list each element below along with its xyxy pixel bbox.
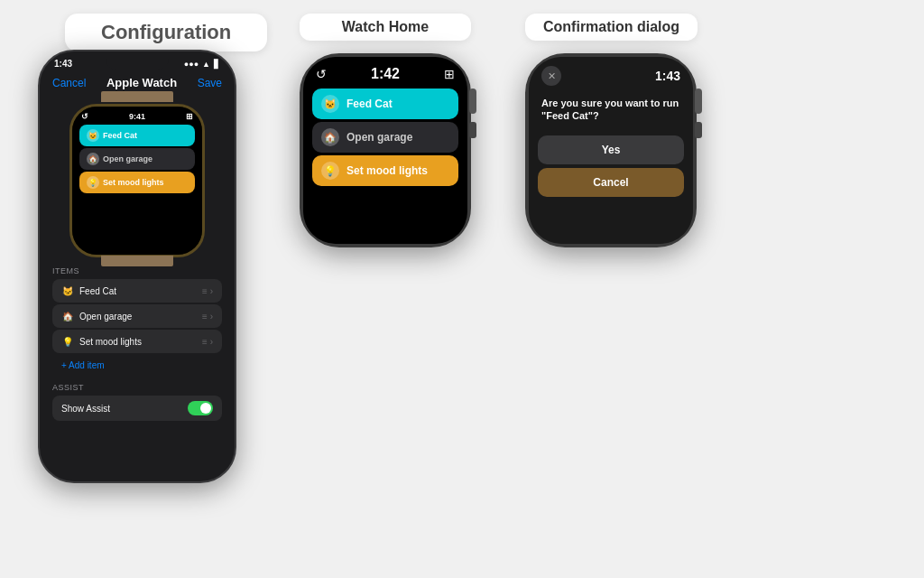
watch-home-status: ↺ 1:42 ⊞ (303, 57, 467, 86)
reorder-icon-1[interactable]: ≡ › (202, 312, 213, 322)
watch-phone-refresh-icon: ↺ (81, 112, 88, 121)
lights-icon: 💡 (87, 176, 99, 189)
watch-home-feed-btn[interactable]: 🐱 Feed Cat (312, 89, 458, 119)
watch-phone-garage-btn: 🏠 Open garage (79, 148, 195, 170)
items-section: ITEMS 🐱 Feed Cat ≡ › 🏠 Open garage ≡ › (40, 266, 235, 376)
garage-icon: 🏠 (87, 153, 99, 165)
assist-section: ASSIST Show Assist (40, 383, 235, 421)
assist-section-label: ASSIST (52, 383, 222, 392)
confirm-crown (695, 89, 702, 114)
watch-in-phone: ↺ 9:41 ⊞ 🐱 Feed Cat 🏠 Open garage (69, 104, 205, 257)
watch-phone-grid-icon: ⊞ (186, 112, 193, 121)
mood-label: Set mood lights (79, 337, 142, 347)
confirm-message: Are you sure you want to run "Feed Cat"? (529, 91, 693, 132)
watch-lights-icon: 💡 (321, 162, 339, 180)
watch-band-top (101, 91, 173, 102)
watch-home-garage-btn[interactable]: 🏠 Open garage (312, 122, 458, 153)
garage-label: Open garage (79, 312, 132, 322)
confirm-title: Confirmation dialog (525, 14, 698, 41)
phone-time: 1:43 (54, 59, 72, 69)
watch-home-mood-btn[interactable]: 💡 Set mood lights (312, 155, 458, 186)
items-section-label: ITEMS (52, 266, 222, 275)
wifi-icon: ▲ (202, 60, 210, 69)
confirm-cancel-button[interactable]: Cancel (538, 168, 684, 197)
phone-notch (106, 51, 169, 70)
watch-feed-label: Feed Cat (346, 98, 393, 110)
watch-home-time: 1:42 (371, 66, 400, 82)
watch-garage-label: Open garage (346, 131, 412, 144)
watch-phone-mood-btn: 💡 Set mood lights (79, 172, 195, 193)
cancel-button[interactable]: Cancel (52, 77, 86, 89)
watch-mood-label: Set mood lights (346, 164, 428, 177)
close-icon[interactable]: ✕ (541, 66, 561, 86)
phone-body: 1:43 ●●● ▲ ▋ Cancel Apple Watch Save (38, 50, 236, 483)
cat-icon: 🐱 (87, 129, 99, 142)
garage-list-icon: 🏠 (61, 310, 74, 322)
reorder-icon-0[interactable]: ≡ › (202, 286, 213, 296)
watch-refresh-icon: ↺ (316, 67, 327, 81)
battery-icon: ▋ (214, 60, 220, 69)
phone-mockup: 1:43 ●●● ▲ ▋ Cancel Apple Watch Save (38, 50, 236, 483)
confirm-header: ✕ 1:43 (529, 57, 693, 91)
confirm-side-button (695, 122, 702, 138)
phone-nav-title: Apple Watch (106, 76, 177, 89)
reorder-icon-2[interactable]: ≡ › (202, 337, 213, 347)
show-assist-label: Show Assist (61, 404, 110, 414)
watch-cat-icon: 🐱 (321, 95, 339, 113)
watch-phone-time: 9:41 (129, 112, 145, 121)
show-assist-row: Show Assist (52, 396, 222, 421)
add-item-button[interactable]: + Add item (52, 355, 222, 376)
feed-cat-label: Feed Cat (79, 286, 116, 296)
watch-grid-icon: ⊞ (444, 67, 455, 81)
watch-home-device: ↺ 1:42 ⊞ 🐱 Feed Cat 🏠 Open garage 💡 (300, 53, 471, 247)
watch-phone-feed-btn: 🐱 Feed Cat (79, 125, 195, 146)
list-item-garage[interactable]: 🏠 Open garage ≡ › (52, 304, 222, 328)
watch-garage-icon: 🏠 (321, 128, 339, 146)
list-item-mood[interactable]: 💡 Set mood lights ≡ › (52, 330, 222, 353)
confirm-time: 1:43 (655, 69, 680, 83)
mood-list-icon: 💡 (61, 335, 74, 348)
feed-cat-icon: 🐱 (61, 284, 74, 297)
watch-side-button (469, 122, 476, 138)
watch-crown (469, 89, 476, 114)
show-assist-toggle[interactable] (188, 401, 213, 415)
watch-home-section: Watch Home ↺ 1:42 ⊞ 🐱 Feed Cat � (300, 14, 471, 247)
config-title: Configuration (65, 14, 267, 51)
confirm-device: ✕ 1:43 Are you sure you want to run "Fee… (525, 53, 697, 247)
confirm-section: Confirmation dialog ✕ 1:43 Are you sure … (525, 14, 698, 247)
confirm-yes-button[interactable]: Yes (538, 135, 684, 164)
watch-band-bottom (101, 256, 173, 266)
watch-home-title: Watch Home (300, 14, 471, 41)
save-button[interactable]: Save (198, 77, 222, 89)
signal-icon: ●●● (184, 60, 199, 69)
list-item-feed-cat[interactable]: 🐱 Feed Cat ≡ › (52, 279, 222, 303)
